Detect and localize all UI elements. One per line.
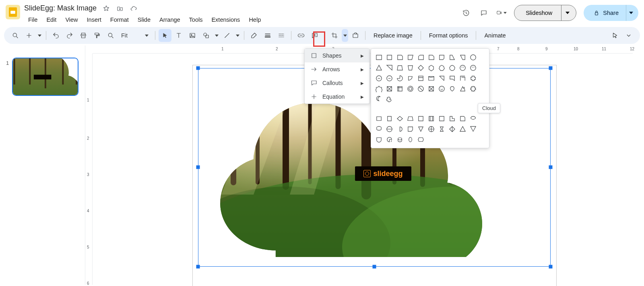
shape-option[interactable] <box>448 63 456 72</box>
slideshow-caret-icon[interactable] <box>561 11 574 15</box>
menu-view[interactable]: View <box>61 15 82 25</box>
border-color-icon[interactable] <box>248 29 260 42</box>
shape-option[interactable] <box>469 63 477 72</box>
select-icon[interactable] <box>159 29 171 42</box>
shape-option[interactable] <box>437 84 446 93</box>
shape-option[interactable] <box>437 53 446 62</box>
shape-option[interactable] <box>427 114 436 123</box>
shape-caret-icon[interactable] <box>213 29 220 42</box>
shape-option[interactable] <box>427 124 436 133</box>
shape-option[interactable] <box>374 84 383 93</box>
format-options-button[interactable]: Format options <box>424 29 473 42</box>
shape-option[interactable] <box>448 53 456 62</box>
shape-option[interactable] <box>385 53 394 62</box>
reset-image-icon[interactable] <box>349 29 362 42</box>
shape-option[interactable] <box>374 95 383 104</box>
new-slide-caret-icon[interactable] <box>36 29 43 42</box>
border-dash-icon[interactable] <box>275 29 288 42</box>
shape-option[interactable] <box>458 84 467 93</box>
menu-shapes[interactable]: Shapes▶ <box>305 49 369 62</box>
zoom-icon[interactable] <box>104 29 117 42</box>
shape-option[interactable] <box>469 124 477 133</box>
cloud-status-icon[interactable] <box>130 4 138 12</box>
doc-title[interactable]: SlideEgg: Mask Image <box>24 4 97 12</box>
shape-option[interactable] <box>427 53 436 62</box>
star-icon[interactable] <box>102 4 110 12</box>
shape-option[interactable] <box>406 53 415 62</box>
search-icon[interactable] <box>9 29 22 42</box>
menu-tools[interactable]: Tools <box>185 15 207 25</box>
shape-option[interactable] <box>458 53 467 62</box>
toolbar-overflow-icon[interactable] <box>622 29 635 42</box>
move-icon[interactable] <box>116 4 124 12</box>
shape-option[interactable] <box>395 74 404 83</box>
crop-icon[interactable] <box>328 29 341 42</box>
shape-option[interactable] <box>385 124 394 133</box>
shape-option[interactable] <box>416 124 425 133</box>
shape-option[interactable] <box>427 74 436 83</box>
shape-option[interactable] <box>395 53 404 62</box>
shape-option[interactable] <box>385 95 394 104</box>
selection-handle[interactable] <box>549 166 553 169</box>
shape-option[interactable] <box>469 114 477 123</box>
shape-option[interactable] <box>406 135 415 144</box>
selection-handle[interactable] <box>196 166 200 169</box>
selection-handle[interactable] <box>549 265 553 269</box>
share-caret-icon[interactable] <box>626 11 636 15</box>
shape-option[interactable] <box>416 135 425 144</box>
line-icon[interactable] <box>221 29 233 42</box>
shape-option[interactable] <box>385 114 394 123</box>
shape-icon[interactable] <box>200 29 213 42</box>
text-box-icon[interactable] <box>172 29 185 42</box>
shape-option[interactable] <box>395 84 404 93</box>
shape-option[interactable] <box>469 74 477 83</box>
paint-format-icon[interactable] <box>91 29 103 42</box>
shape-option[interactable] <box>395 124 404 133</box>
shape-option[interactable] <box>374 53 383 62</box>
menu-insert[interactable]: Insert <box>83 15 105 25</box>
slideshow-button[interactable]: Slideshow <box>514 5 576 21</box>
comment-add-icon[interactable] <box>308 29 321 42</box>
shape-option[interactable] <box>448 114 456 123</box>
shape-option[interactable] <box>385 84 394 93</box>
new-slide-icon[interactable] <box>23 29 35 42</box>
mask-shape-menu[interactable]: Shapes▶ Arrows▶ Callouts▶ Equation▶ <box>304 48 370 104</box>
shape-option[interactable] <box>374 124 383 133</box>
comment-icon[interactable] <box>479 8 489 18</box>
shape-option[interactable] <box>385 63 394 72</box>
shape-option[interactable] <box>437 74 446 83</box>
shape-option[interactable] <box>406 74 415 83</box>
shape-option[interactable] <box>416 114 425 123</box>
animate-button[interactable]: Animate <box>479 29 510 42</box>
selection-handle[interactable] <box>196 265 200 269</box>
shape-option[interactable] <box>437 114 446 123</box>
shape-option[interactable] <box>448 124 456 133</box>
shape-option[interactable] <box>458 114 467 123</box>
shape-option[interactable] <box>406 114 415 123</box>
selection-handle[interactable] <box>373 265 376 269</box>
undo-icon[interactable] <box>50 29 62 42</box>
menu-arrows[interactable]: Arrows▶ <box>305 62 369 76</box>
slides-app-icon[interactable] <box>6 5 20 19</box>
cursor-icon[interactable] <box>609 29 621 42</box>
shape-option[interactable] <box>395 135 404 144</box>
menu-help[interactable]: Help <box>245 15 265 25</box>
shape-option[interactable] <box>416 84 425 93</box>
present-icon[interactable] <box>496 8 507 18</box>
shape-option[interactable] <box>437 124 446 133</box>
slide-thumbnail[interactable] <box>12 58 78 96</box>
shape-option[interactable] <box>427 84 436 93</box>
shape-option[interactable] <box>406 124 415 133</box>
zoom-level[interactable]: Fit <box>118 29 152 41</box>
shape-option[interactable] <box>395 114 404 123</box>
menu-file[interactable]: File <box>24 15 41 25</box>
shape-grid[interactable] <box>371 48 489 148</box>
shape-option[interactable] <box>406 63 415 72</box>
shape-option[interactable] <box>458 74 467 83</box>
shape-option[interactable] <box>458 63 467 72</box>
slide-panel[interactable]: 1 <box>0 46 85 285</box>
shape-option[interactable] <box>416 53 425 62</box>
shape-option[interactable] <box>374 63 383 72</box>
mask-caret-icon[interactable] <box>342 29 348 42</box>
border-weight-icon[interactable] <box>261 29 274 42</box>
